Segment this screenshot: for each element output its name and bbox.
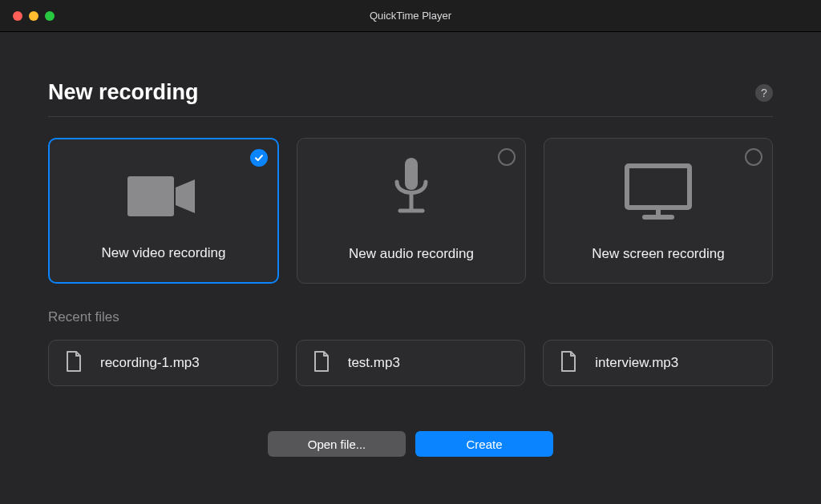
- minimize-icon[interactable]: [29, 11, 38, 21]
- open-file-button[interactable]: Open file...: [268, 431, 406, 457]
- option-audio-recording[interactable]: New audio recording: [297, 138, 526, 284]
- file-icon: [313, 350, 330, 376]
- content: New recording ? New video recording: [0, 32, 821, 457]
- microphone-icon: [387, 156, 435, 224]
- help-button[interactable]: ?: [755, 84, 773, 102]
- svg-rect-0: [127, 176, 174, 216]
- footer-buttons: Open file... Create: [48, 431, 773, 457]
- traffic-lights: [0, 11, 55, 21]
- page-title: New recording: [48, 80, 199, 105]
- titlebar: QuickTime Player: [0, 0, 821, 32]
- file-icon: [65, 350, 83, 376]
- svg-rect-4: [627, 166, 690, 208]
- close-icon[interactable]: [13, 11, 22, 21]
- svg-rect-1: [405, 158, 418, 190]
- header-row: New recording ?: [48, 80, 773, 117]
- option-screen-recording[interactable]: New screen recording: [544, 138, 773, 284]
- monitor-icon: [622, 163, 694, 224]
- recent-file-item[interactable]: test.mp3: [296, 340, 526, 386]
- unselected-indicator-icon: [745, 148, 762, 166]
- create-button[interactable]: Create: [415, 431, 553, 457]
- window-title: QuickTime Player: [370, 10, 451, 22]
- option-label: New audio recording: [349, 246, 474, 262]
- file-icon: [560, 350, 577, 376]
- video-camera-icon: [127, 173, 200, 223]
- unselected-indicator-icon: [498, 148, 516, 166]
- recent-files-label: Recent files: [48, 309, 773, 325]
- recent-files-row: recording-1.mp3 test.mp3 interview.mp3: [48, 340, 773, 386]
- option-row: New video recording New audio recording: [48, 138, 773, 284]
- option-video-recording[interactable]: New video recording: [48, 138, 279, 284]
- recent-file-name: test.mp3: [348, 355, 400, 371]
- recent-file-name: interview.mp3: [595, 355, 678, 371]
- maximize-icon[interactable]: [45, 11, 55, 21]
- recent-file-item[interactable]: recording-1.mp3: [48, 340, 278, 386]
- selected-indicator-icon: [250, 149, 268, 167]
- option-label: New screen recording: [592, 246, 724, 262]
- option-label: New video recording: [102, 245, 226, 261]
- recent-file-item[interactable]: interview.mp3: [543, 340, 773, 386]
- recent-file-name: recording-1.mp3: [100, 355, 200, 371]
